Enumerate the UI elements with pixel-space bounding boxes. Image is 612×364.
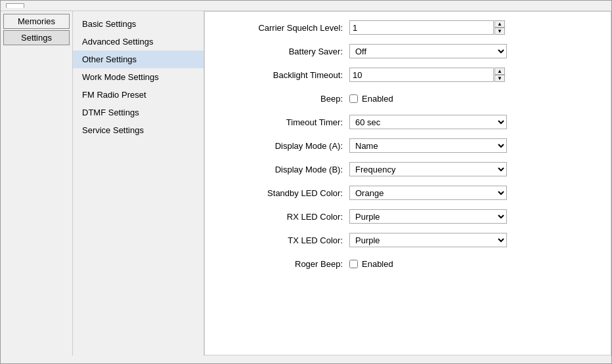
spinner-down-carrier-squelch[interactable]: ▼ bbox=[494, 28, 505, 35]
field-control-beep: Enabled bbox=[349, 94, 520, 104]
nav-btn-memories[interactable]: Memories bbox=[3, 14, 70, 29]
field-label-roger-beep: Roger Beep: bbox=[218, 259, 349, 269]
checkbox-roger-beep[interactable] bbox=[349, 260, 358, 268]
checkbox-label-beep: Enabled bbox=[362, 94, 393, 104]
field-control-roger-beep: Enabled bbox=[349, 259, 520, 269]
title-tab bbox=[6, 3, 24, 8]
field-label-battery-saver: Battery Saver: bbox=[218, 47, 349, 56]
field-control-carrier-squelch: ▲▼ bbox=[349, 20, 520, 35]
form-row-battery-saver: Battery Saver:Off1:11:21:41:8 bbox=[218, 42, 598, 60]
form-row-display-mode-b: Display Mode (B):NameFrequencyChannel bbox=[218, 160, 598, 178]
main-panel: Carrier Squelch Level:▲▼Battery Saver:Of… bbox=[204, 11, 611, 355]
nav-btn-settings[interactable]: Settings bbox=[3, 30, 70, 45]
field-label-display-mode-a: Display Mode (A): bbox=[218, 141, 349, 151]
select-battery-saver[interactable]: Off1:11:21:41:8 bbox=[349, 44, 507, 58]
field-control-standby-led: OffBlueOrangePurple bbox=[349, 186, 520, 200]
field-label-standby-led: Standby LED Color: bbox=[218, 188, 349, 198]
field-control-backlight-timeout: ▲▼ bbox=[349, 68, 520, 82]
middle-item-fm-radio[interactable]: FM Radio Preset bbox=[73, 86, 204, 104]
select-display-mode-a[interactable]: NameFrequencyChannel bbox=[349, 138, 507, 153]
form-row-beep: Beep:Enabled bbox=[218, 89, 598, 108]
checkbox-beep[interactable] bbox=[349, 94, 358, 103]
spinner-input-carrier-squelch[interactable] bbox=[349, 20, 494, 35]
spinner-up-carrier-squelch[interactable]: ▲ bbox=[494, 20, 505, 28]
field-label-display-mode-b: Display Mode (B): bbox=[218, 165, 349, 174]
select-standby-led[interactable]: OffBlueOrangePurple bbox=[349, 186, 507, 200]
form-row-tx-led: TX LED Color:OffBlueOrangePurple bbox=[218, 231, 598, 249]
middle-item-other[interactable]: Other Settings bbox=[73, 51, 204, 68]
middle-item-work-mode[interactable]: Work Mode Settings bbox=[73, 68, 204, 86]
left-nav: MemoriesSettings bbox=[1, 11, 73, 355]
form-row-standby-led: Standby LED Color:OffBlueOrangePurple bbox=[218, 184, 598, 202]
middle-item-basic[interactable]: Basic Settings bbox=[73, 15, 204, 33]
middle-nav: Basic SettingsAdvanced SettingsOther Set… bbox=[73, 11, 204, 355]
field-control-display-mode-a: NameFrequencyChannel bbox=[349, 138, 520, 153]
select-display-mode-b[interactable]: NameFrequencyChannel bbox=[349, 162, 507, 176]
field-label-timeout-timer: Timeout Timer: bbox=[218, 117, 349, 127]
field-control-timeout-timer: 30 sec60 sec90 sec120 sec150 sec180 secO… bbox=[349, 115, 520, 129]
select-timeout-timer[interactable]: 30 sec60 sec90 sec120 sec150 sec180 secO… bbox=[349, 115, 507, 129]
form-row-rx-led: RX LED Color:OffBlueOrangePurple bbox=[218, 207, 598, 226]
field-control-tx-led: OffBlueOrangePurple bbox=[349, 233, 520, 247]
checkbox-label-roger-beep: Enabled bbox=[362, 259, 393, 269]
form-row-carrier-squelch: Carrier Squelch Level:▲▼ bbox=[218, 18, 598, 37]
spinner-down-backlight-timeout[interactable]: ▼ bbox=[494, 75, 505, 82]
field-control-display-mode-b: NameFrequencyChannel bbox=[349, 162, 520, 176]
field-label-carrier-squelch: Carrier Squelch Level: bbox=[218, 23, 349, 33]
middle-item-dtmf[interactable]: DTMF Settings bbox=[73, 104, 204, 121]
spinner-input-backlight-timeout[interactable] bbox=[349, 68, 494, 82]
field-control-battery-saver: Off1:11:21:41:8 bbox=[349, 44, 520, 58]
field-label-rx-led: RX LED Color: bbox=[218, 212, 349, 222]
form-row-backlight-timeout: Backlight Timeout:▲▼ bbox=[218, 66, 598, 84]
content-area: MemoriesSettings Basic SettingsAdvanced … bbox=[1, 11, 611, 355]
form-row-roger-beep: Roger Beep:Enabled bbox=[218, 254, 598, 273]
title-bar bbox=[1, 1, 611, 11]
select-tx-led[interactable]: OffBlueOrangePurple bbox=[349, 233, 507, 247]
main-window: MemoriesSettings Basic SettingsAdvanced … bbox=[0, 0, 612, 364]
field-label-tx-led: TX LED Color: bbox=[218, 235, 349, 245]
form-row-display-mode-a: Display Mode (A):NameFrequencyChannel bbox=[218, 136, 598, 155]
field-label-backlight-timeout: Backlight Timeout: bbox=[218, 70, 349, 80]
select-rx-led[interactable]: OffBlueOrangePurple bbox=[349, 209, 507, 224]
spinner-up-backlight-timeout[interactable]: ▲ bbox=[494, 68, 505, 75]
field-control-rx-led: OffBlueOrangePurple bbox=[349, 209, 520, 224]
form-row-timeout-timer: Timeout Timer:30 sec60 sec90 sec120 sec1… bbox=[218, 113, 598, 131]
field-label-beep: Beep: bbox=[218, 94, 349, 104]
middle-item-service[interactable]: Service Settings bbox=[73, 121, 204, 139]
middle-item-advanced[interactable]: Advanced Settings bbox=[73, 33, 204, 51]
